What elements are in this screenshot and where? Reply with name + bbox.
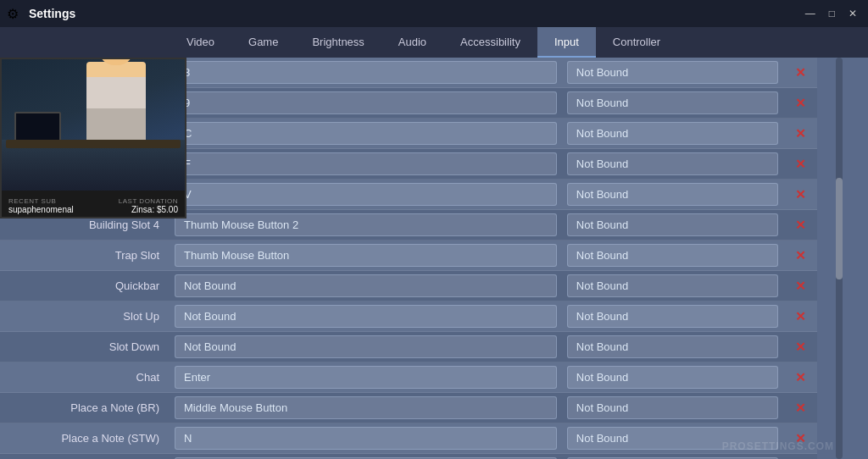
clear-binding-button[interactable]: ✕ (783, 271, 817, 301)
primary-binding[interactable]: F (175, 152, 557, 175)
recent-sub-value: supaphenomenal (8, 205, 74, 214)
tab-controller[interactable]: Controller (596, 27, 677, 58)
x-icon: ✕ (795, 65, 806, 80)
binding-label: Slot Down (0, 332, 170, 362)
binding-label: Place a Note (STW) (0, 423, 170, 454)
clear-binding-button[interactable]: ✕ (783, 149, 817, 180)
clear-binding-button[interactable]: ✕ (783, 241, 817, 271)
binding-label: Quickbar (0, 271, 170, 301)
table-row: QuickbarNot BoundNot Bound✕ (0, 271, 817, 301)
clear-binding-button[interactable]: ✕ (783, 88, 817, 119)
primary-binding[interactable]: 8 (175, 61, 557, 84)
primary-binding[interactable]: Not Bound (175, 305, 557, 328)
window-controls: — □ ✕ (801, 6, 861, 21)
main-content: Gadget Slot 18Not Bound✕Gadget Slot 29No… (0, 58, 868, 459)
secondary-binding[interactable]: Not Bound (567, 91, 778, 114)
secondary-binding[interactable]: Not Bound (567, 152, 778, 175)
secondary-binding[interactable]: Not Bound (567, 244, 778, 267)
close-button[interactable]: ✕ (844, 6, 861, 21)
clear-binding-button[interactable]: ✕ (783, 180, 817, 210)
primary-binding[interactable]: Not Bound (175, 274, 557, 297)
x-icon: ✕ (795, 370, 806, 384)
secondary-binding[interactable]: Not Bound (567, 396, 778, 419)
tab-accessibility[interactable]: Accessibility (443, 27, 537, 58)
binding-label: Trap Slot (0, 241, 170, 271)
watermark: PROSETTINGS.COM (722, 440, 834, 452)
secondary-binding[interactable]: Not Bound (567, 274, 778, 297)
clear-binding-button[interactable]: ✕ (783, 454, 817, 460)
table-row: Spot TargetNot BoundNot Bound✕ (0, 454, 817, 460)
table-row: Place a Note (STW)NNot Bound✕ (0, 423, 817, 454)
primary-binding[interactable]: Not Bound (175, 335, 557, 358)
binding-label: Chat (0, 362, 170, 393)
clear-binding-button[interactable]: ✕ (783, 301, 817, 332)
primary-binding[interactable]: Thumb Mouse Button (175, 244, 557, 267)
tab-game[interactable]: Game (231, 27, 295, 58)
tab-brightness[interactable]: Brightness (295, 27, 381, 58)
primary-binding[interactable]: Enter (175, 366, 557, 389)
primary-binding[interactable]: 9 (175, 91, 557, 114)
x-icon: ✕ (795, 309, 806, 324)
binding-label: Spot Target (0, 454, 170, 460)
x-icon: ✕ (795, 248, 806, 263)
primary-binding[interactable]: V (175, 183, 557, 206)
last-donation-value: Zinsa: $5.00 (119, 205, 178, 214)
maximize-button[interactable]: □ (825, 6, 839, 21)
primary-binding[interactable]: Thumb Mouse Button 2 (175, 213, 557, 236)
clear-binding-button[interactable]: ✕ (783, 362, 817, 393)
scrollbar[interactable] (836, 58, 843, 459)
secondary-binding[interactable]: Not Bound (567, 305, 778, 328)
stream-overlay: RECENT SUB supaphenomenal LAST DONATION … (0, 58, 186, 218)
x-icon: ✕ (795, 157, 806, 171)
x-icon: ✕ (795, 96, 806, 110)
recent-sub-label: RECENT SUB (8, 197, 74, 205)
secondary-binding[interactable]: Not Bound (567, 335, 778, 358)
last-donation-label: LAST DONATION (119, 197, 178, 205)
secondary-binding[interactable]: Not Bound (567, 213, 778, 236)
app-title: Settings (29, 7, 75, 20)
clear-binding-button[interactable]: ✕ (783, 393, 817, 423)
tab-audio[interactable]: Audio (381, 27, 443, 58)
secondary-binding[interactable]: Not Bound (567, 61, 778, 84)
primary-binding[interactable]: N (175, 427, 557, 450)
binding-label: Place a Note (BR) (0, 393, 170, 423)
scrollbar-thumb[interactable] (836, 178, 843, 279)
binding-label: Slot Up (0, 301, 170, 332)
minimize-button[interactable]: — (801, 6, 820, 21)
secondary-binding[interactable]: Not Bound (567, 366, 778, 389)
title-bar-left: ⚙ Settings (7, 6, 75, 21)
clear-binding-button[interactable]: ✕ (783, 119, 817, 149)
primary-binding[interactable]: Middle Mouse Button (175, 396, 557, 419)
stream-donation: LAST DONATION Zinsa: $5.00 (119, 197, 178, 214)
x-icon: ✕ (795, 340, 806, 354)
secondary-binding[interactable]: Not Bound (567, 183, 778, 206)
clear-binding-button[interactable]: ✕ (783, 58, 817, 88)
gear-icon: ⚙ (7, 6, 22, 21)
stream-info-bar: RECENT SUB supaphenomenal LAST DONATION … (2, 191, 185, 218)
table-row: Slot UpNot BoundNot Bound✕ (0, 301, 817, 332)
x-icon: ✕ (795, 401, 806, 415)
tab-video[interactable]: Video (170, 27, 231, 58)
table-row: Slot DownNot BoundNot Bound✕ (0, 332, 817, 362)
clear-binding-button[interactable]: ✕ (783, 210, 817, 241)
stream-video (2, 59, 185, 191)
secondary-binding[interactable]: Not Bound (567, 122, 778, 145)
x-icon: ✕ (795, 279, 806, 293)
table-row: ChatEnterNot Bound✕ (0, 362, 817, 393)
title-bar: ⚙ Settings — □ ✕ (0, 0, 868, 27)
x-icon: ✕ (795, 126, 806, 141)
primary-binding[interactable]: C (175, 122, 557, 145)
tab-input[interactable]: Input (537, 27, 596, 58)
table-row: Place a Note (BR)Middle Mouse ButtonNot … (0, 393, 817, 423)
stream-recent-sub: RECENT SUB supaphenomenal (8, 197, 74, 214)
nav-tabs: Video Game Brightness Audio Accessibilit… (0, 27, 868, 58)
x-icon: ✕ (795, 218, 806, 232)
x-icon: ✕ (795, 187, 806, 202)
clear-binding-button[interactable]: ✕ (783, 332, 817, 362)
table-row: Trap SlotThumb Mouse ButtonNot Bound✕ (0, 241, 817, 271)
